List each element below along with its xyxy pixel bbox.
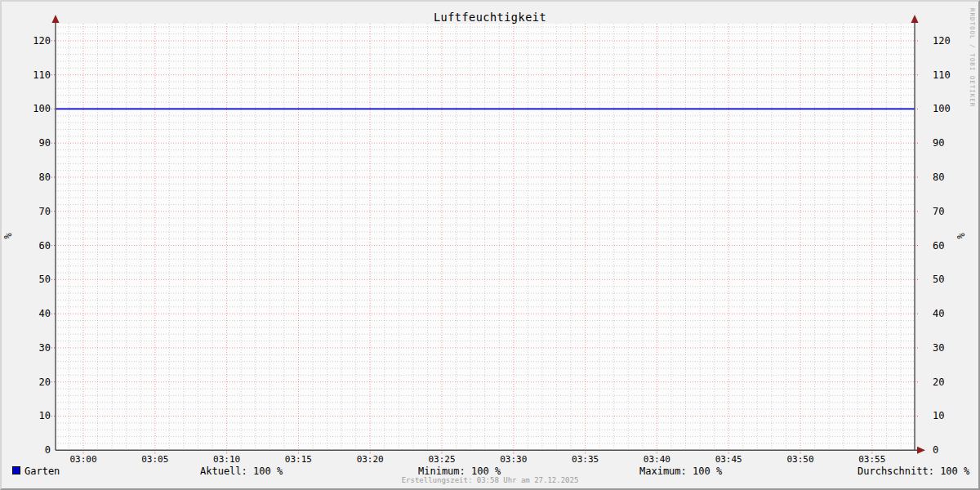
rrdtool-watermark: RRDTOOL / TOBI OETIKER bbox=[969, 8, 976, 107]
y-tick-label-right: 20 bbox=[933, 377, 969, 387]
y-tick-label-left: 90 bbox=[15, 138, 51, 148]
y-tick-label-right: 60 bbox=[933, 241, 969, 251]
y-tick-label-right: 70 bbox=[933, 207, 969, 216]
y-tick-label-right: 50 bbox=[933, 274, 969, 284]
legend-swatch-garten bbox=[12, 466, 20, 474]
y-tick-label-left: 10 bbox=[15, 411, 51, 421]
x-tick-label: 03:25 bbox=[417, 455, 466, 465]
x-tick-label: 03:35 bbox=[561, 455, 610, 465]
x-tick-label: 03:30 bbox=[489, 455, 538, 465]
x-tick-label: 03:00 bbox=[59, 455, 108, 465]
y-tick-label-left: 40 bbox=[15, 309, 51, 318]
creation-timestamp: Erstellungszeit: 03:58 Uhr am 27.12.2025 bbox=[2, 476, 978, 484]
x-tick-label: 03:05 bbox=[131, 455, 180, 465]
y-tick-label-right: 90 bbox=[933, 138, 969, 148]
y-tick-label-right: 110 bbox=[933, 70, 969, 80]
stat-maximum: Maximum: 100 % bbox=[639, 466, 722, 477]
y-tick-label-left: 100 bbox=[15, 104, 51, 114]
y-tick-label-right: 30 bbox=[933, 343, 969, 353]
y-axis-unit-right: % bbox=[956, 233, 966, 238]
y-tick-label-left: 70 bbox=[15, 207, 51, 216]
y-axis-right-arrow bbox=[911, 15, 919, 23]
y-tick-label-left: 60 bbox=[15, 241, 51, 251]
y-tick-label-left: 20 bbox=[15, 377, 51, 387]
x-tick-label: 03:10 bbox=[203, 455, 252, 465]
y-tick-label-right: 10 bbox=[933, 411, 969, 421]
y-tick-label-right: 100 bbox=[933, 104, 969, 114]
y-axis-unit-left: % bbox=[3, 233, 13, 238]
x-tick-label: 03:20 bbox=[345, 455, 394, 465]
y-tick-label-left: 50 bbox=[15, 274, 51, 284]
y-axis-left-arrow bbox=[52, 15, 60, 23]
rrd-graph: Luftfeuchtigkeit % % 0102030405060708090… bbox=[0, 0, 980, 490]
y-tick-label-right: 0 bbox=[933, 445, 969, 455]
x-tick-label: 03:40 bbox=[632, 455, 681, 465]
y-tick-label-left: 120 bbox=[15, 36, 51, 46]
y-tick-label-left: 0 bbox=[15, 445, 51, 455]
stat-minimum: Minimum: 100 % bbox=[418, 466, 501, 477]
y-tick-label-right: 40 bbox=[933, 309, 969, 318]
stat-aktuell: Aktuell: 100 % bbox=[200, 466, 283, 477]
y-tick-label-right: 80 bbox=[933, 172, 969, 182]
x-tick-label: 03:50 bbox=[776, 455, 825, 465]
legend-series-label: Garten bbox=[24, 466, 60, 477]
y-tick-label-left: 80 bbox=[15, 172, 51, 182]
chart-svg bbox=[2, 2, 980, 490]
x-axis-arrow bbox=[917, 447, 925, 454]
x-tick-label: 03:15 bbox=[274, 455, 323, 465]
y-tick-label-right: 120 bbox=[933, 36, 969, 46]
y-tick-label-left: 30 bbox=[15, 343, 51, 353]
x-tick-label: 03:55 bbox=[848, 455, 897, 465]
y-tick-label-left: 110 bbox=[15, 70, 51, 80]
x-tick-label: 03:45 bbox=[704, 455, 753, 465]
stat-durchschnitt: Durchschnitt: 100 % bbox=[858, 466, 969, 477]
